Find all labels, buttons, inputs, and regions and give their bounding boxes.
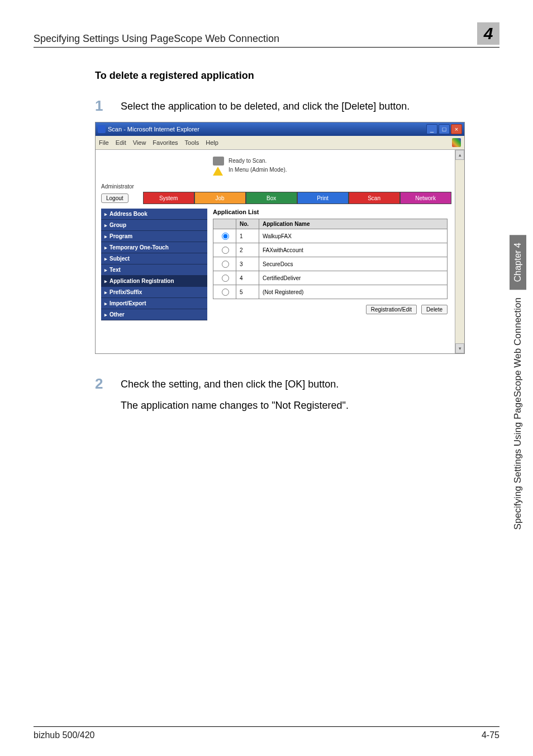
- table-row: 4 CertifiedDeliver: [213, 271, 448, 285]
- radio-row-1[interactable]: [222, 233, 229, 240]
- cell-name: CertifiedDeliver: [259, 271, 448, 285]
- table-header-select: [213, 219, 236, 229]
- application-list-title: Application List: [213, 209, 448, 215]
- tab-system[interactable]: System: [143, 192, 194, 204]
- menu-edit[interactable]: Edit: [116, 139, 126, 146]
- sidebar-item-text[interactable]: Text: [101, 264, 207, 276]
- step-number-1: 1: [95, 98, 121, 113]
- step-text-2: Check the setting, and then click the [O…: [121, 376, 339, 390]
- tab-print[interactable]: Print: [297, 192, 349, 204]
- sidebar-item-program[interactable]: Program: [101, 231, 207, 242]
- tab-network[interactable]: Network: [400, 192, 451, 204]
- table-header-no: No.: [236, 219, 259, 229]
- ie-icon: [98, 125, 106, 133]
- radio-row-2[interactable]: [222, 247, 229, 254]
- sidebar-item-address-book[interactable]: Address Book: [101, 209, 207, 220]
- maximize-button[interactable]: □: [439, 124, 450, 134]
- administrator-label: Administrator: [101, 183, 459, 190]
- cell-name: (Not Registered): [259, 285, 448, 299]
- tab-job[interactable]: Job: [194, 192, 246, 204]
- cell-name: WalkupFAX: [259, 229, 448, 243]
- sidebar-item-prefix-suffix[interactable]: Prefix/Suffix: [101, 287, 207, 298]
- printer-icon: [213, 157, 224, 166]
- browser-window: Scan - Microsoft Internet Explorer _ □ ×…: [95, 122, 465, 354]
- radio-row-5[interactable]: [222, 289, 229, 296]
- window-title: Scan - Microsoft Internet Explorer: [108, 126, 199, 133]
- cell-no: 1: [236, 229, 259, 243]
- table-row: 2 FAXwithAccount: [213, 243, 448, 257]
- side-vertical-text: Specifying Settings Using PageScope Web …: [510, 292, 526, 536]
- close-button[interactable]: ×: [451, 124, 462, 134]
- menu-tools[interactable]: Tools: [185, 139, 199, 146]
- menu-bar: File Edit View Favorites Tools Help: [96, 136, 464, 150]
- table-row: 3 SecureDocs: [213, 257, 448, 271]
- radio-row-4[interactable]: [222, 275, 229, 282]
- step-text-1: Select the application to be deleted, an…: [121, 98, 410, 112]
- menu-help[interactable]: Help: [206, 139, 218, 146]
- menu-favorites[interactable]: Favorites: [153, 139, 178, 146]
- sub-heading: To delete a registered application: [95, 70, 494, 82]
- footer-left: bizhub 500/420: [34, 730, 94, 740]
- warning-icon: [213, 167, 223, 176]
- delete-button[interactable]: Delete: [421, 305, 448, 314]
- sidebar-item-other[interactable]: Other: [101, 309, 207, 320]
- tab-box[interactable]: Box: [246, 192, 297, 204]
- table-row: 5 (Not Registered): [213, 285, 448, 299]
- step-2-subtext: The application name changes to "Not Reg…: [121, 400, 494, 412]
- menu-file[interactable]: File: [99, 139, 109, 146]
- section-number-box: 4: [477, 22, 499, 45]
- status-line-2: In Menu (Admin Mode).: [229, 166, 287, 174]
- window-titlebar: Scan - Microsoft Internet Explorer _ □ ×: [96, 122, 464, 136]
- table-row: 1 WalkupFAX: [213, 229, 448, 243]
- scroll-down-icon[interactable]: ▾: [455, 343, 464, 353]
- footer-right: 4-75: [482, 730, 499, 740]
- windows-flag-icon: [452, 138, 461, 147]
- section-number: 4: [484, 24, 493, 43]
- cell-no: 5: [236, 285, 259, 299]
- sidebar-item-application-registration[interactable]: Application Registration: [101, 276, 207, 287]
- sidebar-item-subject[interactable]: Subject: [101, 253, 207, 264]
- cell-no: 4: [236, 271, 259, 285]
- status-line-1: Ready to Scan.: [229, 157, 287, 166]
- tab-scan[interactable]: Scan: [349, 192, 400, 204]
- cell-name: FAXwithAccount: [259, 243, 448, 257]
- sidebar: Address Book Group Program Temporary One…: [101, 209, 207, 320]
- sidebar-item-temporary-one-touch[interactable]: Temporary One-Touch: [101, 242, 207, 253]
- registration-edit-button[interactable]: Registration/Edit: [366, 305, 417, 314]
- cell-name: SecureDocs: [259, 257, 448, 271]
- step-number-2: 2: [95, 376, 121, 391]
- page-header-title: Specifying Settings Using PageScope Web …: [34, 33, 279, 45]
- cell-no: 3: [236, 257, 259, 271]
- sidebar-item-import-export[interactable]: Import/Export: [101, 298, 207, 309]
- scrollbar[interactable]: ▴ ▾: [455, 150, 464, 353]
- radio-row-3[interactable]: [222, 261, 229, 268]
- cell-no: 2: [236, 243, 259, 257]
- logout-button[interactable]: Logout: [101, 193, 129, 203]
- menu-view[interactable]: View: [133, 139, 146, 146]
- sidebar-item-group[interactable]: Group: [101, 220, 207, 231]
- scroll-up-icon[interactable]: ▴: [455, 150, 464, 160]
- minimize-button[interactable]: _: [426, 124, 437, 134]
- table-header-application-name: Application Name: [259, 219, 448, 229]
- chapter-label: Chapter 4: [510, 235, 526, 290]
- application-list-table: No. Application Name 1 WalkupFAX 2: [213, 219, 448, 299]
